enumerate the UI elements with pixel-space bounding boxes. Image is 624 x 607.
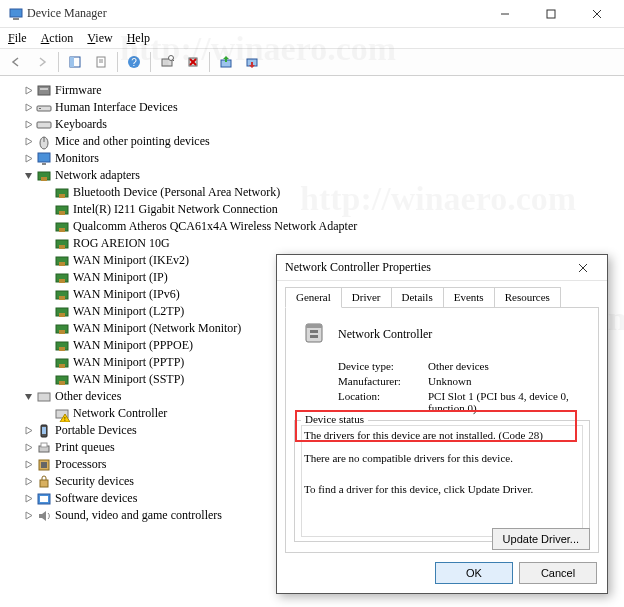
toolbar: ? (0, 48, 624, 76)
close-button[interactable] (574, 0, 620, 28)
svg-rect-3 (547, 10, 555, 18)
disable-device-button[interactable] (240, 51, 264, 73)
menu-help[interactable]: Help (127, 31, 150, 46)
device-manager-window: Device Manager File Action View Help ? F… (0, 0, 624, 76)
menubar: File Action View Help (0, 28, 624, 48)
properties-button[interactable] (89, 51, 113, 73)
svg-rect-0 (10, 9, 22, 17)
help-button[interactable]: ? (122, 51, 146, 73)
menu-action[interactable]: Action (41, 31, 74, 46)
maximize-button[interactable] (528, 0, 574, 28)
nav-back-button[interactable] (4, 51, 28, 73)
titlebar: Device Manager (0, 0, 624, 28)
app-icon (8, 6, 24, 22)
svg-line-15 (173, 60, 175, 62)
svg-rect-1 (13, 18, 19, 20)
svg-rect-7 (70, 57, 74, 67)
scan-hardware-button[interactable] (155, 51, 179, 73)
nav-forward-button[interactable] (30, 51, 54, 73)
window-title: Device Manager (27, 6, 482, 21)
show-hide-tree-button[interactable] (63, 51, 87, 73)
uninstall-button[interactable] (181, 51, 205, 73)
menu-file[interactable]: File (8, 31, 27, 46)
update-driver-toolbar-button[interactable] (214, 51, 238, 73)
svg-text:?: ? (131, 57, 137, 68)
window-controls (482, 0, 620, 28)
menu-view[interactable]: View (87, 31, 112, 46)
minimize-button[interactable] (482, 0, 528, 28)
